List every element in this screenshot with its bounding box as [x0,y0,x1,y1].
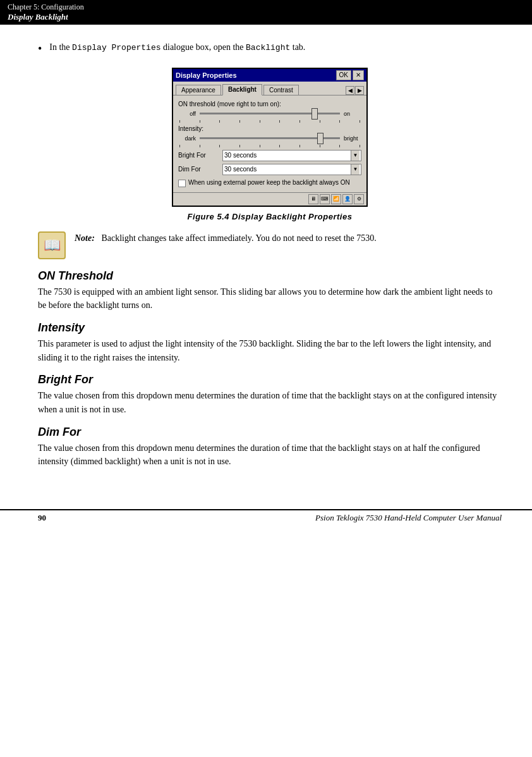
body-bright-for: The value chosen from this dropdown menu… [38,389,502,416]
intensity-thumb[interactable] [317,133,323,144]
bullet-line: • In the Display Properties dialogue box… [38,42,502,56]
on-threshold-right-label: on [344,111,361,117]
checkbox-label: When using external power keep the backl… [188,179,350,186]
on-threshold-thumb[interactable] [311,108,318,120]
section-title: Display Backlight [8,12,524,22]
tick [279,145,280,147]
taskbar-icon-1: 🖥 [308,194,318,204]
header-bar: Chapter 5: Configuration Display Backlig… [0,0,532,25]
tick [279,120,280,123]
tab-nav-right[interactable]: ▶ [355,86,364,95]
on-threshold-slider-row: off on [178,109,361,119]
bright-for-dropdown[interactable]: 30 seconds ▼ [222,150,361,161]
tick [239,120,240,123]
footer-page-number: 90 [38,513,46,523]
tick [219,120,220,123]
heading-bright-for: Bright For [38,373,502,386]
tab-contrast[interactable]: Contrast [263,85,299,95]
heading-intensity: Intensity [38,321,502,335]
tick [339,145,340,147]
tick [260,145,260,147]
heading-dim-for: Dim For [38,426,502,439]
intensity-track [200,137,340,139]
dialog-tabs: Appearance Backlight Contrast ◀ ▶ [173,82,366,95]
bullet-dot: • [38,42,42,56]
on-threshold-track [200,113,340,114]
display-properties-dialog: Display Properties OK ✕ Appearance Backl… [172,68,368,207]
body-on-threshold: The 7530 is equipped with an ambient lig… [38,285,502,312]
intensity-slider[interactable] [200,133,340,144]
tick [219,145,220,147]
on-threshold-left-label: off [178,111,196,117]
dim-for-arrow[interactable]: ▼ [351,164,360,175]
dim-for-row: Dim For 30 seconds ▼ [178,164,361,175]
tab-appearance[interactable]: Appearance [176,85,221,95]
dialog-titlebar: Display Properties OK ✕ [173,69,366,82]
on-threshold-slider[interactable] [200,109,340,119]
tick [200,145,200,147]
on-threshold-ticks [178,120,361,123]
taskbar-icon-3: 📶 [331,194,341,204]
tick [320,145,320,147]
dialog-title: Display Properties [176,71,237,79]
checkbox-row: When using external power keep the backl… [178,179,361,187]
intensity-label: Intensity: [178,125,361,132]
tab-backlight[interactable]: Backlight [222,84,262,95]
note-label: Note: [75,233,95,243]
bullet-text: In the Display Properties dialogue box, … [49,42,305,52]
dim-for-dropdown[interactable]: 30 seconds ▼ [222,164,361,175]
bright-for-row: Bright For 30 seconds ▼ [178,150,361,161]
note-icon: 📖 [38,231,66,259]
footer: 90 Psion Teklogix 7530 Hand-Held Compute… [0,509,532,526]
tick [260,120,260,123]
on-threshold-label: ON threshold (move right to turn on): [178,101,361,108]
bright-for-label: Bright For [178,152,222,159]
figure-caption: Figure 5.4 Display Backlight Properties [38,212,502,221]
dialog-ok-button[interactable]: OK [336,70,351,80]
dialog-close-button[interactable]: ✕ [353,70,364,80]
tab-nav-left[interactable]: ◀ [346,86,354,95]
tick [339,120,340,123]
taskbar-icon-4: 👤 [342,194,353,204]
tick [179,120,180,123]
dialog-taskbar: 🖥 ⌨ 📶 👤 ⚙ [173,192,366,206]
intensity-left-label: dark [178,135,196,142]
taskbar-icon-5: ⚙ [354,194,364,204]
note-box: 📖 Note: Backlight changes take affect im… [38,231,502,259]
chapter-title: Chapter 5: Configuration [8,3,524,12]
note-text: Note: Backlight changes take affect imme… [75,231,377,245]
tab-nav: ◀ ▶ [346,86,364,95]
dim-for-value: 30 seconds [224,166,351,173]
intensity-ticks [178,145,361,147]
tick [200,120,200,123]
bright-for-value: 30 seconds [224,152,351,159]
taskbar-icon-2: ⌨ [320,194,330,204]
bright-for-arrow[interactable]: ▼ [351,151,360,161]
body-dim-for: The value chosen from this dropdown menu… [38,441,502,469]
tick [299,120,300,123]
tick [320,120,320,123]
note-body: Backlight changes take affect immediatel… [101,233,376,243]
heading-on-threshold: ON Threshold [38,269,502,283]
main-content: • In the Display Properties dialogue box… [0,25,532,490]
intensity-slider-row: dark bright [178,133,361,144]
intensity-right-label: bright [344,135,361,142]
dialog-body: ON threshold (move right to turn on): of… [173,95,366,192]
tick [360,145,360,147]
body-intensity: This parameter is used to adjust the lig… [38,337,502,364]
dialog-wrapper: Display Properties OK ✕ Appearance Backl… [38,68,502,207]
footer-title: Psion Teklogix 7530 Hand-Held Computer U… [315,513,502,523]
external-power-checkbox[interactable] [178,180,186,187]
tick [299,145,300,147]
tick [179,145,180,147]
tick [360,120,360,123]
dim-for-label: Dim For [178,166,222,173]
dialog-titlebar-buttons: OK ✕ [336,70,364,80]
tick [239,145,240,147]
